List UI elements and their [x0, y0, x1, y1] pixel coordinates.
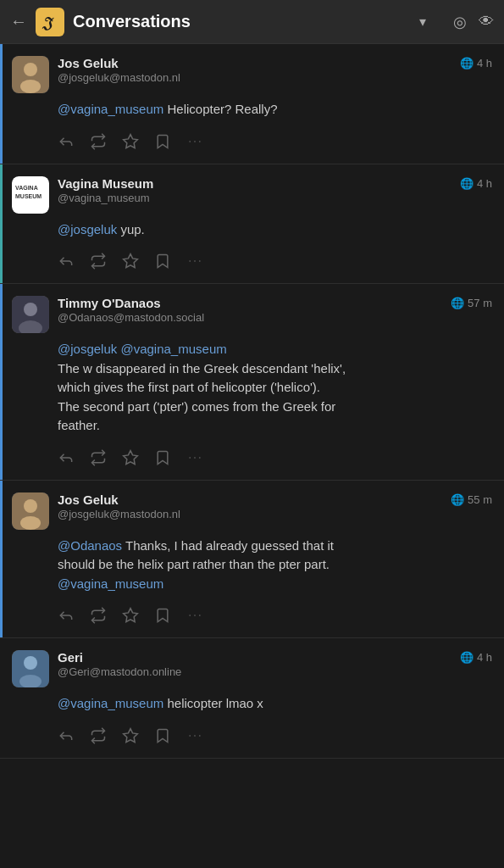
more-button[interactable]	[186, 248, 219, 275]
user-info: Jos Geluk 🌐 4 h @josgeluk@mastodon.nl	[58, 56, 492, 84]
username: Timmy O'Danaos	[58, 296, 161, 310]
user-handle: @josgeluk@mastodon.nl	[58, 508, 492, 520]
timestamp: 🌐 55 m	[451, 493, 492, 506]
name-row: Jos Geluk 🌐 55 m	[58, 492, 492, 507]
conv-header: VAGINA MUSEUM Vagina Museum 🌐 4 h @vagin…	[12, 176, 492, 214]
svg-point-6	[194, 141, 196, 142]
star-button[interactable]	[122, 722, 154, 749]
username: Geri	[58, 650, 83, 665]
name-row: Geri 🌐 4 h	[58, 650, 492, 665]
svg-point-35	[199, 735, 201, 737]
mention[interactable]: @Odanaos	[58, 538, 122, 553]
globe-icon: 🌐	[451, 493, 464, 506]
reply-button[interactable]	[58, 444, 90, 471]
bookmark-button[interactable]	[154, 128, 186, 155]
conversation-item: Timmy O'Danaos 🌐 57 m @Odanaos@mastodon.…	[0, 284, 504, 481]
conversation-item: Jos Geluk 🌐 4 h @josgeluk@mastodon.nl @v…	[0, 44, 504, 164]
svg-point-20	[194, 457, 196, 459]
action-bar	[58, 248, 492, 275]
svg-point-13	[194, 260, 196, 262]
mention[interactable]: @vagina_museum	[120, 342, 226, 356]
dropdown-chevron-icon[interactable]: ▾	[419, 14, 426, 30]
bookmark-button[interactable]	[154, 444, 186, 471]
body-text: The w disappeared in the Greek descendan…	[58, 361, 346, 433]
repost-button[interactable]	[90, 248, 122, 275]
username: Jos Geluk	[58, 492, 119, 507]
bookmark-button[interactable]	[154, 602, 186, 629]
reply-button[interactable]	[58, 248, 90, 275]
conv-header: Geri 🌐 4 h @Geri@mastodon.online	[12, 650, 492, 687]
bookmark-button[interactable]	[154, 248, 186, 275]
svg-point-7	[199, 141, 201, 142]
reply-button[interactable]	[58, 128, 90, 155]
svg-point-27	[194, 615, 196, 616]
action-bar	[58, 722, 492, 749]
repost-button[interactable]	[90, 128, 122, 155]
mention[interactable]: @josgeluk	[58, 222, 117, 236]
svg-point-23	[24, 499, 37, 513]
svg-text:𝔍: 𝔍	[42, 14, 54, 31]
conversation-item: Geri 🌐 4 h @Geri@mastodon.online @vagina…	[0, 638, 504, 759]
action-bar	[58, 444, 492, 471]
avatar	[12, 650, 49, 687]
action-bar	[58, 602, 492, 629]
svg-text:VAGINA: VAGINA	[15, 185, 38, 191]
username: Jos Geluk	[58, 56, 119, 70]
svg-point-28	[199, 615, 201, 616]
svg-point-21	[199, 457, 201, 459]
username: Vagina Museum	[58, 176, 153, 191]
user-handle: @josgeluk@mastodon.nl	[58, 71, 492, 84]
name-row: Vagina Museum 🌐 4 h	[58, 176, 492, 191]
svg-marker-11	[124, 254, 138, 268]
svg-marker-32	[124, 728, 138, 742]
more-button[interactable]	[186, 602, 219, 629]
mention[interactable]: @josgeluk	[58, 342, 117, 356]
message-body: @vagina_museum Helicopter? Really?	[58, 100, 492, 120]
conversations-list: Jos Geluk 🌐 4 h @josgeluk@mastodon.nl @v…	[0, 44, 504, 759]
star-button[interactable]	[122, 602, 154, 629]
conversation-item: Jos Geluk 🌐 55 m @josgeluk@mastodon.nl @…	[0, 481, 504, 639]
reply-button[interactable]	[58, 722, 90, 749]
timestamp: 🌐 4 h	[460, 177, 492, 190]
more-button[interactable]	[186, 444, 219, 471]
reply-button[interactable]	[58, 602, 90, 629]
repost-button[interactable]	[90, 602, 122, 629]
message-body: @josgeluk yup.	[58, 220, 492, 240]
mention[interactable]: @vagina_museum	[58, 102, 163, 116]
svg-point-2	[24, 63, 37, 76]
message-body: @Odanaos Thanks, I had already guessed t…	[58, 537, 492, 594]
back-button[interactable]: ←	[10, 12, 27, 31]
svg-point-26	[189, 615, 191, 616]
mention[interactable]: @vagina_museum	[58, 696, 163, 710]
body-text: yup.	[117, 222, 145, 236]
user-handle: @vagina_museum	[58, 192, 492, 204]
name-row: Timmy O'Danaos 🌐 57 m	[58, 296, 492, 310]
svg-point-16	[24, 303, 37, 316]
svg-point-5	[189, 141, 191, 142]
action-bar	[58, 128, 492, 155]
mention[interactable]: @vagina_museum	[58, 576, 163, 591]
star-button[interactable]	[122, 128, 154, 155]
user-info: Timmy O'Danaos 🌐 57 m @Odanaos@mastodon.…	[58, 296, 492, 324]
user-info: Vagina Museum 🌐 4 h @vagina_museum	[58, 176, 492, 204]
globe-icon: 🌐	[460, 57, 474, 70]
message-body: @josgeluk @vagina_museumThe w disappeare…	[58, 340, 492, 436]
avatar	[12, 492, 49, 530]
star-button[interactable]	[122, 444, 154, 471]
eye-icon[interactable]: 👁	[479, 13, 494, 31]
star-button[interactable]	[122, 248, 154, 275]
conversation-item: VAGINA MUSEUM Vagina Museum 🌐 4 h @vagin…	[0, 164, 504, 285]
repost-button[interactable]	[90, 722, 122, 749]
more-button[interactable]	[186, 722, 219, 749]
globe-icon: 🌐	[460, 651, 474, 664]
svg-point-3	[20, 80, 41, 93]
svg-point-24	[20, 516, 41, 530]
app-logo: 𝔍	[36, 8, 64, 36]
location-icon[interactable]: ◎	[453, 13, 467, 31]
conv-header: Jos Geluk 🌐 4 h @josgeluk@mastodon.nl	[12, 56, 492, 93]
svg-point-19	[189, 457, 191, 459]
conv-header: Timmy O'Danaos 🌐 57 m @Odanaos@mastodon.…	[12, 296, 492, 333]
repost-button[interactable]	[90, 444, 122, 471]
bookmark-button[interactable]	[154, 722, 186, 749]
more-button[interactable]	[186, 128, 219, 155]
